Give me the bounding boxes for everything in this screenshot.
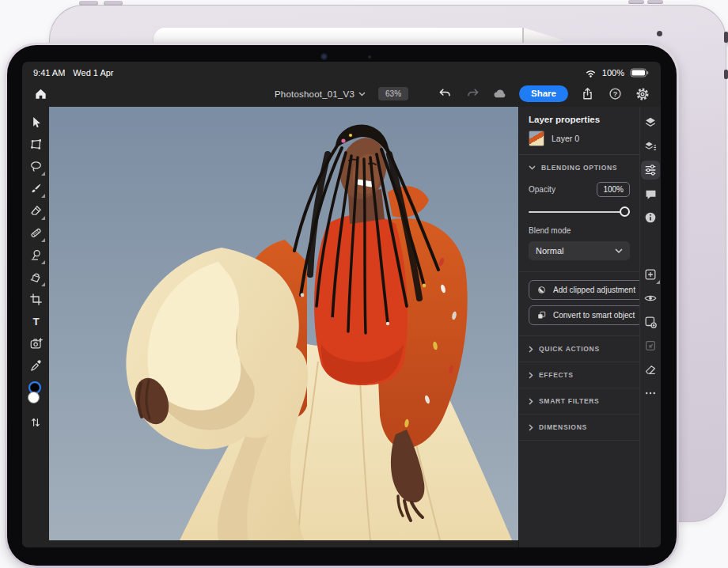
visibility-eye-icon[interactable] [641, 289, 660, 308]
subtool-indicator [41, 216, 45, 220]
type-tool[interactable]: T [25, 310, 46, 332]
zoom-level-badge[interactable]: 63% [378, 87, 408, 100]
layer-properties-icon[interactable] [641, 137, 660, 156]
chevron-down-icon [529, 165, 536, 170]
dimensions-header[interactable]: DIMENSIONS [519, 414, 639, 441]
brush-tool[interactable] [25, 177, 46, 199]
home-icon[interactable] [32, 85, 49, 103]
smart-filters-header[interactable]: SMART FILTERS [519, 388, 639, 414]
subtool-indicator [41, 260, 45, 264]
convert-to-smart-object-button[interactable]: Convert to smart object [529, 305, 639, 325]
more-ellipsis-icon[interactable] [641, 384, 660, 403]
right-rail [639, 107, 661, 547]
screen: 9:41 AM Wed 1 Apr 100% [22, 62, 661, 547]
front-camera [320, 53, 328, 60]
subtool-indicator [41, 172, 45, 176]
wifi-icon [585, 64, 597, 81]
photo-layer [49, 107, 518, 540]
status-time: 9:41 AM [33, 68, 65, 78]
quick-actions-header[interactable]: QUICK ACTIONS [519, 336, 639, 362]
panel-title: Layer properties [519, 107, 639, 131]
side-button [724, 32, 728, 43]
chevron-down-icon [615, 248, 623, 254]
document-title[interactable]: Photoshoot_01_V3 [275, 89, 366, 99]
subtool-indicator [656, 280, 660, 284]
settings-gear-icon[interactable] [634, 85, 651, 103]
info-icon[interactable] [641, 208, 660, 227]
opacity-label: Opacity [529, 185, 555, 194]
opacity-row: Opacity 100% [519, 180, 639, 197]
redo-icon[interactable] [464, 85, 481, 103]
svg-text:?: ? [612, 90, 617, 98]
top-toolbar: Photoshoot_01_V3 63% Share [22, 81, 661, 107]
layer-row[interactable]: Layer 0 [519, 131, 639, 155]
layer-thumbnail [529, 131, 544, 146]
help-icon[interactable]: ? [606, 85, 624, 103]
status-bar: 9:41 AM Wed 1 Apr 100% [22, 62, 661, 81]
undo-icon[interactable] [436, 85, 453, 103]
scene: 9:41 AM Wed 1 Apr 100% [0, 0, 728, 568]
cloud-sync-icon[interactable] [491, 85, 509, 103]
volume-button [104, 1, 123, 6]
blending-options-header[interactable]: BLENDING OPTIONS [519, 155, 639, 180]
adjustments-icon[interactable] [641, 161, 660, 180]
side-button [724, 70, 728, 79]
blend-mode-dropdown[interactable]: Normal [529, 241, 630, 260]
layers-icon[interactable] [641, 113, 660, 132]
chevron-right-icon [529, 372, 533, 379]
top-button [628, 0, 644, 4]
chevron-right-icon [529, 398, 533, 405]
subtool-indicator [41, 238, 45, 242]
clone-stamp-tool[interactable] [25, 244, 46, 266]
lasso-tool[interactable] [25, 155, 46, 177]
rear-microphone [657, 31, 662, 36]
paint-bucket-tool[interactable] [25, 266, 46, 288]
status-date: Wed 1 Apr [73, 68, 113, 78]
place-photo-tool[interactable] [25, 332, 46, 354]
layer-actions: Add clipped adjustment Convert to smart … [519, 271, 639, 336]
chevron-right-icon [529, 424, 533, 431]
ipad-front: 9:41 AM Wed 1 Apr 100% [5, 43, 679, 568]
move-tool[interactable] [25, 111, 46, 133]
eraser-tool[interactable] [25, 199, 46, 222]
clear-icon[interactable] [641, 360, 660, 379]
effects-header[interactable]: EFFECTS [519, 362, 639, 388]
eyedropper-tool[interactable] [25, 354, 46, 377]
tool-bar: T [22, 107, 49, 547]
export-icon[interactable] [578, 85, 596, 103]
opacity-slider-thumb[interactable] [620, 206, 630, 217]
canvas[interactable] [49, 107, 518, 547]
content: T [22, 107, 661, 547]
color-swatches [26, 381, 45, 408]
chevron-right-icon [529, 346, 533, 353]
volume-button [79, 1, 98, 6]
layer-properties-panel: Layer properties Layer 0 BLENDING OPTION… [518, 107, 639, 547]
crop-tool[interactable] [25, 288, 46, 310]
subtool-indicator [41, 194, 45, 198]
smart-object-icon [537, 310, 547, 320]
background-color-swatch[interactable] [28, 392, 40, 403]
battery-percent: 100% [602, 68, 624, 78]
opacity-value-field[interactable]: 100% [597, 182, 630, 197]
chevron-down-icon [358, 92, 366, 97]
comments-icon[interactable] [641, 184, 660, 203]
layer-name: Layer 0 [552, 134, 579, 143]
opacity-slider[interactable] [529, 206, 630, 217]
add-clipped-adjustment-button[interactable]: Add clipped adjustment [529, 280, 639, 300]
swap-colors-icon[interactable] [25, 411, 46, 434]
top-button [647, 0, 663, 4]
subtool-indicator [41, 282, 45, 286]
front-sensor [368, 55, 371, 59]
blend-mode-label: Blend mode [529, 226, 571, 235]
clipped-adjustment-icon [537, 285, 547, 295]
layer-mask-icon[interactable] [641, 312, 660, 331]
clip-layer-icon[interactable] [641, 336, 660, 355]
transform-tool[interactable] [25, 133, 46, 155]
add-layer-icon[interactable] [641, 265, 660, 284]
opacity-slider-track[interactable] [529, 211, 630, 213]
share-button[interactable]: Share [519, 85, 568, 103]
healing-brush-tool[interactable] [25, 222, 46, 244]
blend-mode-block: Blend mode Normal [519, 225, 639, 271]
svg-text:T: T [32, 316, 39, 328]
battery-icon [629, 64, 650, 81]
